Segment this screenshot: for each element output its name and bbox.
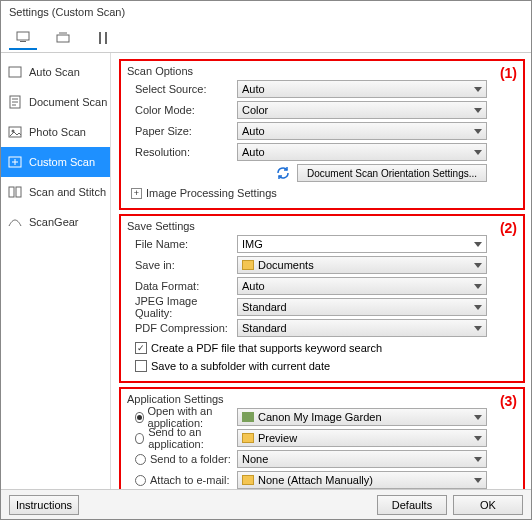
send-folder-radio[interactable]	[135, 454, 146, 465]
color-mode-value: Color	[242, 104, 268, 116]
tab-scan-from-computer[interactable]	[9, 26, 37, 50]
send-app-radio[interactable]	[135, 433, 144, 444]
instructions-button[interactable]: Instructions	[9, 495, 79, 515]
file-name-value: IMG	[242, 238, 263, 250]
tab-general-settings[interactable]	[89, 26, 117, 50]
orientation-settings-button[interactable]: Document Scan Orientation Settings...	[297, 164, 487, 182]
send-folder-value: None	[242, 453, 268, 465]
resolution-value: Auto	[242, 146, 265, 158]
resolution-label: Resolution:	[127, 146, 237, 158]
plus-icon: +	[131, 188, 142, 199]
pdf-compression-label: PDF Compression:	[127, 322, 237, 334]
sidebar-item-document-scan[interactable]: Document Scan	[1, 87, 110, 117]
svg-rect-3	[99, 32, 101, 44]
sidebar: Auto Scan Document Scan Photo Scan Custo…	[1, 53, 111, 489]
save-settings-title: Save Settings	[127, 220, 517, 232]
save-in-value: Documents	[258, 259, 314, 271]
sidebar-item-label: Scan and Stitch	[29, 186, 106, 198]
jpeg-quality-dropdown[interactable]: Standard	[237, 298, 487, 316]
svg-rect-2	[57, 35, 69, 42]
data-format-value: Auto	[242, 280, 265, 292]
group-number: (1)	[500, 65, 517, 81]
group-number: (3)	[500, 393, 517, 409]
toolbar	[1, 23, 531, 53]
svg-rect-4	[105, 32, 107, 44]
sidebar-item-label: Document Scan	[29, 96, 107, 108]
tab-scan-from-panel[interactable]	[49, 26, 77, 50]
select-source-dropdown[interactable]: Auto	[237, 80, 487, 98]
app-icon	[242, 412, 254, 422]
keyword-search-label: Create a PDF file that supports keyword …	[151, 342, 382, 354]
svg-rect-1	[20, 41, 26, 42]
save-settings-group: (2) Save Settings File Name:IMG Save in:…	[119, 214, 525, 383]
folder-icon	[242, 260, 254, 270]
image-processing-label: Image Processing Settings	[146, 187, 277, 199]
color-mode-label: Color Mode:	[127, 104, 237, 116]
send-folder-label: Send to a folder:	[150, 453, 231, 465]
open-with-radio[interactable]	[135, 412, 144, 423]
svg-rect-0	[17, 32, 29, 40]
file-name-label: File Name:	[127, 238, 237, 250]
open-with-dropdown[interactable]: Canon My Image Garden	[237, 408, 487, 426]
image-processing-expander[interactable]: +Image Processing Settings	[127, 184, 517, 202]
scan-options-group: (1) Scan Options Select Source:Auto Colo…	[119, 59, 525, 210]
attach-email-radio[interactable]	[135, 475, 146, 486]
send-app-value: Preview	[258, 432, 297, 444]
svg-rect-11	[16, 187, 21, 197]
subfolder-label: Save to a subfolder with current date	[151, 360, 330, 372]
defaults-button[interactable]: Defaults	[377, 495, 447, 515]
ok-button[interactable]: OK	[453, 495, 523, 515]
subfolder-checkbox[interactable]	[135, 360, 147, 372]
open-with-value: Canon My Image Garden	[258, 411, 382, 423]
sidebar-item-label: ScanGear	[29, 216, 79, 228]
application-settings-title: Application Settings	[127, 393, 517, 405]
attach-email-value: None (Attach Manually)	[258, 474, 373, 486]
folder-icon	[242, 433, 254, 443]
data-format-dropdown[interactable]: Auto	[237, 277, 487, 295]
send-app-label: Send to an application:	[148, 426, 237, 450]
attach-email-dropdown[interactable]: None (Attach Manually)	[237, 471, 487, 489]
paper-size-dropdown[interactable]: Auto	[237, 122, 487, 140]
sidebar-item-scan-stitch[interactable]: Scan and Stitch	[1, 177, 110, 207]
footer: Instructions Defaults OK	[1, 489, 531, 519]
application-settings-group: (3) Application Settings Open with an ap…	[119, 387, 525, 489]
send-app-dropdown[interactable]: Preview	[237, 429, 487, 447]
sidebar-item-label: Custom Scan	[29, 156, 95, 168]
paper-size-label: Paper Size:	[127, 125, 237, 137]
resolution-dropdown[interactable]: Auto	[237, 143, 487, 161]
sidebar-item-custom-scan[interactable]: Custom Scan	[1, 147, 110, 177]
window-title: Settings (Custom Scan)	[1, 1, 531, 23]
attach-email-label: Attach to e-mail:	[150, 474, 229, 486]
save-in-label: Save in:	[127, 259, 237, 271]
pdf-compression-value: Standard	[242, 322, 287, 334]
jpeg-quality-label: JPEG Image Quality:	[127, 295, 237, 319]
data-format-label: Data Format:	[127, 280, 237, 292]
pdf-compression-dropdown[interactable]: Standard	[237, 319, 487, 337]
select-source-value: Auto	[242, 83, 265, 95]
refresh-icon[interactable]	[275, 165, 291, 181]
keyword-search-checkbox[interactable]: ✓	[135, 342, 147, 354]
scan-options-title: Scan Options	[127, 65, 517, 77]
svg-rect-10	[9, 187, 14, 197]
sidebar-item-label: Photo Scan	[29, 126, 86, 138]
sidebar-item-auto-scan[interactable]: Auto Scan	[1, 57, 110, 87]
sidebar-item-label: Auto Scan	[29, 66, 80, 78]
color-mode-dropdown[interactable]: Color	[237, 101, 487, 119]
select-source-label: Select Source:	[127, 83, 237, 95]
folder-icon	[242, 475, 254, 485]
sidebar-item-scangear[interactable]: ScanGear	[1, 207, 110, 237]
jpeg-quality-value: Standard	[242, 301, 287, 313]
paper-size-value: Auto	[242, 125, 265, 137]
svg-rect-5	[9, 67, 21, 77]
svg-rect-12	[242, 412, 254, 422]
file-name-input[interactable]: IMG	[237, 235, 487, 253]
send-folder-dropdown[interactable]: None	[237, 450, 487, 468]
sidebar-item-photo-scan[interactable]: Photo Scan	[1, 117, 110, 147]
save-in-dropdown[interactable]: Documents	[237, 256, 487, 274]
group-number: (2)	[500, 220, 517, 236]
